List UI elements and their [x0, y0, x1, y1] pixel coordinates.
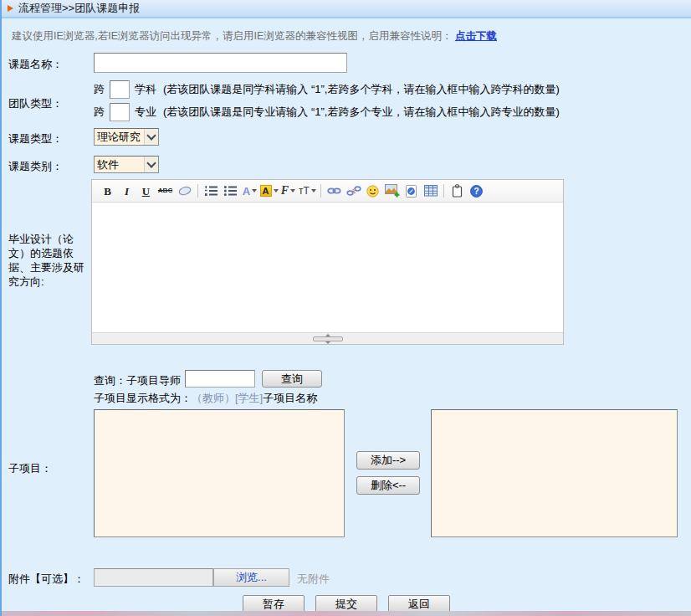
attachment-status: 无附件 [297, 572, 330, 587]
unordered-list-icon[interactable] [221, 182, 240, 200]
smiley-icon[interactable] [363, 182, 382, 200]
subproject-label: 子项目： [8, 461, 52, 476]
unlink-icon[interactable] [344, 182, 363, 200]
table-icon[interactable] [421, 182, 440, 200]
editor-toolbar: BIUABCAAFтT? [92, 180, 563, 203]
discipline-hint: (若该团队课题是同学科请输入 “1”,若跨多个学科，请在输入框中输入跨学科的数量… [163, 82, 560, 97]
chevron-down-icon [311, 189, 316, 192]
mentor-query-label: 查询：子项目导师： [94, 373, 192, 388]
notice-text: 建议使用IE浏览器,若IE浏览器访问出现异常，请启用IE浏览器的兼容性视图，启用… [12, 30, 452, 42]
topic-name-input[interactable] [94, 53, 347, 73]
add-button[interactable]: 添加--> [356, 451, 420, 470]
team-unit: 学科 [135, 82, 156, 97]
breadcrumb-bar: 流程管理>>团队课题申报 [2, 0, 691, 18]
topic-type-select[interactable]: 理论研究 [94, 128, 159, 146]
image-icon[interactable] [382, 182, 402, 200]
save-draft-button[interactable]: 暂存 [243, 595, 305, 613]
font-family-icon[interactable]: F [279, 182, 298, 200]
italic-icon[interactable]: I [117, 182, 136, 200]
format-student: [学生] [235, 392, 263, 404]
team-topic-application-page: 流程管理>>团队课题申报 建议使用IE浏览器,若IE浏览器访问出现异常，请启用I… [0, 0, 691, 616]
chevron-down-icon [290, 189, 295, 192]
format-prefix: 子项目显示格式为： [94, 392, 192, 404]
topic-type-label: 课题类型： [8, 131, 63, 146]
chevron-down-icon [144, 157, 158, 172]
topic-category-selected-value: 软件 [95, 157, 144, 172]
team-prefix: 跨 [94, 105, 105, 120]
topic-type-selected-value: 理论研究 [95, 129, 144, 145]
resize-handle[interactable] [313, 336, 343, 341]
ordered-list-icon[interactable] [202, 182, 221, 200]
chevron-down-icon [274, 189, 279, 192]
breadcrumb-arrow-icon [8, 5, 13, 12]
mentor-query-input[interactable] [185, 370, 255, 388]
bold-icon[interactable]: B [98, 182, 117, 200]
attachment-label: 附件【可选】： [8, 572, 84, 587]
link-icon[interactable] [325, 182, 344, 200]
toolbar-separator [320, 184, 321, 198]
cross-major-count-input[interactable] [110, 103, 130, 121]
team-type-row-major: 跨 专业 (若该团队课题是同专业请输入 “1”,若跨多个专业，请在输入框中输入跨… [94, 103, 560, 121]
topic-category-select[interactable]: 软件 [94, 156, 159, 173]
topic-name-label: 课题名称： [8, 57, 63, 72]
attachment-file-field[interactable] [94, 568, 213, 587]
cross-discipline-count-input[interactable] [110, 80, 130, 99]
svg-text:?: ? [473, 187, 479, 196]
notebook-icon[interactable] [448, 182, 467, 200]
strikethrough-icon[interactable]: ABC [156, 182, 175, 200]
major-hint: (若该团队课题是同专业请输入 “1”,若跨多个专业，请在输入框中输入跨专业的数量… [163, 105, 560, 120]
team-type-row-discipline: 跨 学科 (若该团队课题是同学科请输入 “1”,若跨多个学科，请在输入框中输入跨… [94, 80, 560, 99]
help-icon[interactable]: ? [467, 182, 486, 200]
editor-content[interactable] [92, 203, 563, 332]
browse-button[interactable]: 浏览... [213, 568, 289, 587]
format-teacher: （教师） [192, 392, 235, 404]
team-unit: 专业 [135, 105, 156, 120]
remove-button[interactable]: 删除<-- [356, 476, 420, 495]
rich-text-editor: BIUABCAAFтT? [91, 179, 564, 345]
topic-category-label: 课题类别： [8, 159, 63, 174]
chevron-down-icon [252, 189, 257, 192]
team-prefix: 跨 [94, 82, 105, 97]
back-button[interactable]: 返回 [388, 595, 450, 613]
highlight-color-icon[interactable]: A [259, 182, 279, 200]
subproject-selected-list[interactable] [431, 409, 678, 537]
submit-button[interactable]: 提交 [315, 595, 377, 613]
format-rest: 子项目名称 [263, 392, 317, 404]
action-bar: 暂存 提交 返回 [2, 595, 691, 613]
media-icon[interactable] [402, 182, 421, 200]
subproject-available-list[interactable] [94, 409, 345, 537]
font-size-icon[interactable]: тT [298, 182, 317, 200]
chevron-down-icon [144, 129, 158, 145]
subproject-format-hint: 子项目显示格式为：（教师）[学生]子项目名称 [94, 391, 317, 406]
breadcrumb: 流程管理>>团队课题申报 [18, 1, 140, 16]
download-link[interactable]: 点击下载 [455, 30, 497, 42]
team-type-label: 团队类型： [8, 96, 63, 111]
thesis-basis-label: 毕业设计（论文）的选题依据、主要涉及研究方向: [8, 232, 91, 290]
underline-icon[interactable]: U [136, 182, 156, 200]
bottom-decorative-strip [2, 611, 691, 616]
editor-resize-bar [92, 332, 563, 344]
eraser-icon[interactable] [175, 182, 194, 200]
browser-notice: 建议使用IE浏览器,若IE浏览器访问出现异常，请启用IE浏览器的兼容性视图，启用… [12, 29, 683, 44]
font-color-icon[interactable]: A [240, 182, 259, 200]
query-button[interactable]: 查询 [262, 370, 322, 388]
toolbar-separator [197, 184, 198, 198]
toolbar-separator [443, 184, 444, 198]
